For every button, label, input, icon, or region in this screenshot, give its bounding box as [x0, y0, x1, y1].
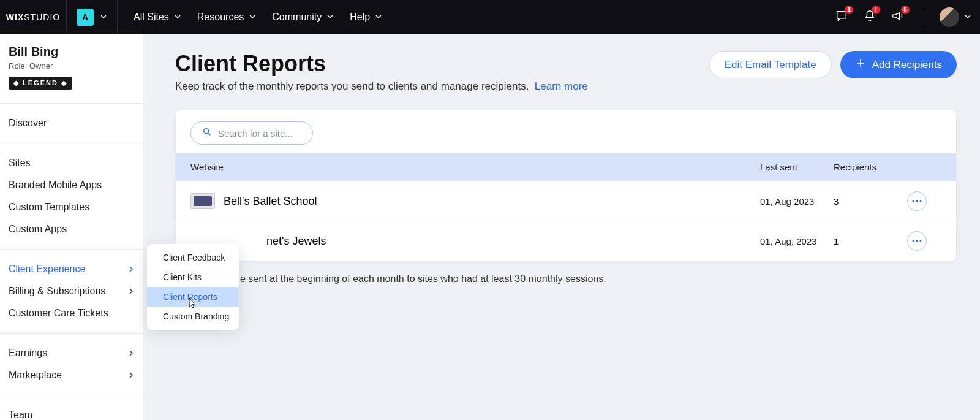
table-row[interactable]: Bell's Ballet School 01, Aug 2023 3 — [176, 181, 956, 221]
search-field[interactable] — [190, 121, 313, 145]
sidebar-item-custom-apps[interactable]: Custom Apps — [0, 218, 143, 240]
main-content: Client Reports Keep track of the monthly… — [143, 34, 980, 420]
legend-badge: ◆ LEGEND ◆ — [9, 77, 72, 90]
divider — [922, 9, 922, 26]
svg-point-5 — [916, 240, 918, 242]
row-more-button[interactable] — [907, 191, 927, 211]
divider — [0, 103, 143, 104]
flyout-item-client-reports[interactable]: Client Reports — [147, 287, 239, 307]
sidebar-item-discover[interactable]: Discover — [0, 112, 143, 134]
brand-bold: WIX — [6, 12, 24, 22]
cell-last-sent: 01, Aug, 2023 — [760, 236, 834, 246]
learn-more-link[interactable]: Learn more — [535, 80, 588, 92]
sidebar-item-billing[interactable]: Billing & Subscriptions — [0, 280, 143, 302]
nav-label: Community — [272, 12, 322, 23]
sidebar-item-branded-apps[interactable]: Branded Mobile Apps — [0, 174, 143, 196]
nav-all-sites[interactable]: All Sites — [134, 12, 181, 23]
sidebar-item-label: Sites — [9, 158, 31, 169]
top-nav: All Sites Resources Community Help — [118, 12, 382, 23]
page-header: Client Reports Keep track of the monthly… — [175, 51, 957, 93]
chat-badge: 1 — [845, 6, 853, 14]
page-title: Client Reports — [175, 51, 588, 77]
sidebar-item-label: Team — [9, 410, 32, 420]
nav-label: Help — [350, 12, 370, 23]
footnote-visible: e sent at the beginning of each month to… — [240, 273, 606, 284]
chevron-right-icon — [128, 348, 134, 359]
nav-resources[interactable]: Resources — [197, 12, 256, 23]
flyout-item-custom-branding[interactable]: Custom Branding — [147, 307, 239, 326]
flyout-item-client-kits[interactable]: Client Kits — [147, 267, 239, 287]
header-buttons: Edit Email Template Add Recipients — [709, 51, 957, 78]
sidebar-item-custom-templates[interactable]: Custom Templates — [0, 196, 143, 218]
sidebar-item-sites[interactable]: Sites — [0, 152, 143, 174]
plus-icon — [855, 58, 866, 72]
chat-icon[interactable]: 1 — [835, 9, 848, 25]
chevron-down-icon — [375, 12, 382, 23]
top-bar: WIXSTUDIO A All Sites Resources Communit… — [0, 0, 980, 34]
cell-recipients: 1 — [834, 236, 907, 246]
user-avatar — [940, 7, 959, 27]
divider — [0, 395, 143, 395]
th-recipients: Recipients — [834, 162, 907, 172]
user-menu[interactable] — [940, 7, 971, 27]
flyout-item-client-feedback[interactable]: Client Feedback — [147, 248, 239, 267]
chevron-right-icon — [128, 370, 134, 381]
sidebar-item-label: Custom Templates — [9, 202, 89, 213]
bell-icon[interactable]: ! — [863, 9, 876, 25]
cell-website: Bell's Ballet School — [190, 193, 760, 209]
row-more-button[interactable] — [907, 231, 927, 251]
nav-label: All Sites — [134, 12, 169, 23]
sidebar-item-label: Customer Care Tickets — [9, 308, 108, 319]
sidebar-item-customer-care[interactable]: Customer Care Tickets — [0, 302, 143, 324]
sidebar: Bill Bing Role: Owner ◆ LEGEND ◆ Discove… — [0, 34, 143, 420]
svg-point-1 — [913, 200, 914, 202]
sidebar-item-team[interactable]: Team — [0, 404, 143, 420]
sidebar-item-client-experience[interactable]: Client Experience — [0, 258, 143, 280]
edit-email-template-button[interactable]: Edit Email Template — [709, 51, 832, 78]
sidebar-user-role: Role: Owner — [9, 61, 134, 71]
sidebar-item-label: Branded Mobile Apps — [9, 180, 102, 191]
brand-thin: STUDIO — [24, 12, 60, 22]
client-experience-flyout: Client Feedback Client Kits Client Repor… — [147, 244, 239, 330]
nav-label: Resources — [197, 12, 244, 23]
subtitle-text: Keep track of the monthly reports you se… — [175, 80, 529, 92]
table-header: Website Last sent Recipients — [176, 153, 956, 181]
chevron-right-icon — [128, 286, 134, 297]
sidebar-item-label: Earnings — [9, 348, 47, 359]
sidebar-item-label: Billing & Subscriptions — [9, 286, 105, 297]
divider — [0, 249, 143, 250]
svg-point-6 — [920, 240, 922, 242]
divider — [0, 143, 143, 143]
workspace-switcher[interactable]: A — [66, 0, 118, 34]
bell-badge: ! — [872, 6, 880, 14]
search-row — [176, 110, 956, 153]
sidebar-item-label: Client Experience — [9, 264, 85, 275]
search-icon — [202, 127, 212, 139]
chevron-down-icon — [249, 12, 256, 23]
table-row[interactable]: net's Jewels 01, Aug, 2023 1 — [176, 221, 956, 261]
sidebar-user-name: Bill Bing — [9, 45, 134, 59]
page-subtitle: Keep track of the monthly reports you se… — [175, 80, 588, 93]
nav-community[interactable]: Community — [272, 12, 334, 23]
sidebar-item-marketplace[interactable]: Marketplace — [0, 364, 143, 386]
chevron-down-icon — [174, 12, 181, 23]
cell-website: net's Jewels — [190, 235, 760, 248]
th-last-sent: Last sent — [760, 162, 834, 172]
sidebar-item-label: Marketplace — [9, 370, 62, 381]
chevron-down-icon — [326, 12, 334, 23]
workspace-avatar: A — [77, 9, 94, 26]
svg-point-4 — [913, 240, 914, 242]
sidebar-item-label: Discover — [9, 118, 47, 129]
svg-point-2 — [916, 200, 918, 202]
nav-help[interactable]: Help — [350, 12, 382, 23]
sidebar-item-earnings[interactable]: Earnings — [0, 342, 143, 364]
search-input[interactable] — [218, 128, 301, 139]
megaphone-icon[interactable]: 5 — [891, 9, 905, 25]
brand-logo[interactable]: WIXSTUDIO — [0, 0, 66, 34]
button-label: Add Recipients — [872, 59, 942, 71]
announce-badge: 5 — [901, 6, 910, 14]
reports-table-card: Website Last sent Recipients Bell's Ball… — [175, 110, 957, 261]
add-recipients-button[interactable]: Add Recipients — [840, 51, 957, 78]
cell-recipients: 3 — [834, 196, 907, 207]
site-thumbnail — [190, 193, 215, 209]
